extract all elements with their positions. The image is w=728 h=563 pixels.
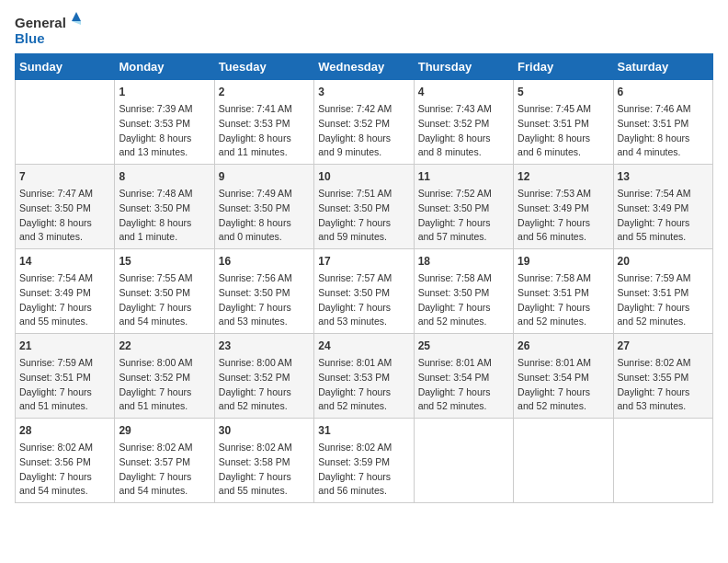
day-info: Sunrise: 7:47 AM Sunset: 3:50 PM Dayligh…: [19, 187, 110, 245]
day-info: Sunrise: 7:55 AM Sunset: 3:50 PM Dayligh…: [119, 271, 210, 329]
day-number: 31: [318, 422, 409, 439]
calendar-cell: 11Sunrise: 7:52 AM Sunset: 3:50 PM Dayli…: [414, 165, 513, 249]
day-number: 18: [418, 253, 509, 270]
page-header: General Blue: [15, 15, 713, 46]
day-info: Sunrise: 8:00 AM Sunset: 3:52 PM Dayligh…: [219, 356, 310, 414]
calendar-cell: 14Sunrise: 7:54 AM Sunset: 3:49 PM Dayli…: [16, 249, 115, 334]
calendar-header-row: SundayMondayTuesdayWednesdayThursdayFrid…: [16, 54, 713, 80]
day-info: Sunrise: 8:00 AM Sunset: 3:52 PM Dayligh…: [119, 356, 210, 414]
day-info: Sunrise: 8:02 AM Sunset: 3:56 PM Dayligh…: [19, 441, 110, 499]
day-number: 13: [618, 168, 709, 185]
calendar-cell: 12Sunrise: 7:53 AM Sunset: 3:49 PM Dayli…: [514, 165, 613, 249]
calendar-week-row: 21Sunrise: 7:59 AM Sunset: 3:51 PM Dayli…: [16, 334, 713, 419]
day-number: 1: [119, 84, 210, 100]
calendar-week-row: 28Sunrise: 8:02 AM Sunset: 3:56 PM Dayli…: [16, 419, 713, 503]
day-info: Sunrise: 7:51 AM Sunset: 3:50 PM Dayligh…: [318, 187, 409, 245]
column-header-friday: Friday: [514, 54, 613, 80]
day-number: 6: [618, 84, 709, 100]
column-header-wednesday: Wednesday: [314, 54, 414, 80]
day-info: Sunrise: 7:57 AM Sunset: 3:50 PM Dayligh…: [318, 271, 409, 329]
calendar-cell: 9Sunrise: 7:49 AM Sunset: 3:50 PM Daylig…: [214, 165, 313, 249]
calendar-cell: 22Sunrise: 8:00 AM Sunset: 3:52 PM Dayli…: [115, 334, 214, 419]
calendar-cell: 28Sunrise: 8:02 AM Sunset: 3:56 PM Dayli…: [16, 419, 115, 503]
calendar-cell: 3Sunrise: 7:42 AM Sunset: 3:52 PM Daylig…: [314, 80, 414, 165]
day-info: Sunrise: 8:01 AM Sunset: 3:54 PM Dayligh…: [518, 356, 609, 414]
day-number: 28: [19, 422, 110, 439]
day-number: 30: [219, 422, 310, 439]
day-info: Sunrise: 7:59 AM Sunset: 3:51 PM Dayligh…: [19, 356, 110, 414]
calendar-cell: [514, 419, 613, 503]
day-info: Sunrise: 7:58 AM Sunset: 3:51 PM Dayligh…: [518, 271, 609, 329]
day-info: Sunrise: 7:54 AM Sunset: 3:49 PM Dayligh…: [618, 187, 709, 245]
day-info: Sunrise: 7:58 AM Sunset: 3:50 PM Dayligh…: [418, 271, 509, 329]
logo: General Blue: [15, 15, 66, 46]
column-header-tuesday: Tuesday: [214, 54, 313, 80]
calendar-cell: 30Sunrise: 8:02 AM Sunset: 3:58 PM Dayli…: [214, 419, 313, 503]
calendar-cell: 19Sunrise: 7:58 AM Sunset: 3:51 PM Dayli…: [514, 249, 613, 334]
calendar-cell: 18Sunrise: 7:58 AM Sunset: 3:50 PM Dayli…: [414, 249, 513, 334]
day-number: 5: [518, 84, 609, 100]
day-info: Sunrise: 8:02 AM Sunset: 3:58 PM Dayligh…: [219, 441, 310, 499]
day-info: Sunrise: 8:02 AM Sunset: 3:57 PM Dayligh…: [119, 441, 210, 499]
calendar-cell: 1Sunrise: 7:39 AM Sunset: 3:53 PM Daylig…: [115, 80, 214, 165]
day-info: Sunrise: 8:01 AM Sunset: 3:54 PM Dayligh…: [418, 356, 509, 414]
calendar-cell: 21Sunrise: 7:59 AM Sunset: 3:51 PM Dayli…: [16, 334, 115, 419]
calendar-cell: 16Sunrise: 7:56 AM Sunset: 3:50 PM Dayli…: [214, 249, 313, 334]
day-info: Sunrise: 7:59 AM Sunset: 3:51 PM Dayligh…: [618, 271, 709, 329]
day-number: 22: [119, 338, 210, 354]
calendar-table: SundayMondayTuesdayWednesdayThursdayFrid…: [15, 53, 713, 503]
calendar-week-row: 7Sunrise: 7:47 AM Sunset: 3:50 PM Daylig…: [16, 165, 713, 249]
calendar-cell: [414, 419, 513, 503]
day-number: 10: [318, 168, 409, 185]
column-header-sunday: Sunday: [16, 54, 115, 80]
calendar-cell: 6Sunrise: 7:46 AM Sunset: 3:51 PM Daylig…: [613, 80, 712, 165]
calendar-cell: [16, 80, 115, 165]
calendar-cell: 26Sunrise: 8:01 AM Sunset: 3:54 PM Dayli…: [514, 334, 613, 419]
day-info: Sunrise: 7:45 AM Sunset: 3:51 PM Dayligh…: [518, 102, 609, 160]
day-number: 16: [219, 253, 310, 270]
day-number: 24: [318, 338, 409, 354]
calendar-cell: 31Sunrise: 8:02 AM Sunset: 3:59 PM Dayli…: [314, 419, 414, 503]
day-number: 7: [19, 168, 110, 185]
day-number: 21: [19, 338, 110, 354]
day-number: 9: [219, 168, 310, 185]
day-info: Sunrise: 7:56 AM Sunset: 3:50 PM Dayligh…: [219, 271, 310, 329]
column-header-thursday: Thursday: [414, 54, 513, 80]
day-number: 11: [418, 168, 509, 185]
calendar-week-row: 14Sunrise: 7:54 AM Sunset: 3:49 PM Dayli…: [16, 249, 713, 334]
day-info: Sunrise: 8:02 AM Sunset: 3:59 PM Dayligh…: [318, 441, 409, 499]
day-info: Sunrise: 8:01 AM Sunset: 3:53 PM Dayligh…: [318, 356, 409, 414]
calendar-cell: 17Sunrise: 7:57 AM Sunset: 3:50 PM Dayli…: [314, 249, 414, 334]
calendar-cell: 13Sunrise: 7:54 AM Sunset: 3:49 PM Dayli…: [613, 165, 712, 249]
calendar-cell: 8Sunrise: 7:48 AM Sunset: 3:50 PM Daylig…: [115, 165, 214, 249]
logo-text-block: General Blue: [15, 15, 66, 46]
day-number: 27: [618, 338, 709, 354]
day-number: 4: [418, 84, 509, 100]
calendar-cell: 23Sunrise: 8:00 AM Sunset: 3:52 PM Dayli…: [214, 334, 313, 419]
day-info: Sunrise: 7:54 AM Sunset: 3:49 PM Dayligh…: [19, 271, 110, 329]
calendar-cell: 7Sunrise: 7:47 AM Sunset: 3:50 PM Daylig…: [16, 165, 115, 249]
calendar-cell: 25Sunrise: 8:01 AM Sunset: 3:54 PM Dayli…: [414, 334, 513, 419]
day-info: Sunrise: 7:43 AM Sunset: 3:52 PM Dayligh…: [418, 102, 509, 160]
calendar-cell: 27Sunrise: 8:02 AM Sunset: 3:55 PM Dayli…: [613, 334, 712, 419]
day-number: 26: [518, 338, 609, 354]
day-number: 12: [518, 168, 609, 185]
calendar-cell: 4Sunrise: 7:43 AM Sunset: 3:52 PM Daylig…: [414, 80, 513, 165]
day-info: Sunrise: 7:53 AM Sunset: 3:49 PM Dayligh…: [518, 187, 609, 245]
calendar-cell: 29Sunrise: 8:02 AM Sunset: 3:57 PM Dayli…: [115, 419, 214, 503]
day-number: 14: [19, 253, 110, 270]
day-number: 25: [418, 338, 509, 354]
day-info: Sunrise: 7:49 AM Sunset: 3:50 PM Dayligh…: [219, 187, 310, 245]
calendar-cell: [613, 419, 712, 503]
svg-marker-1: [72, 21, 81, 25]
calendar-cell: 20Sunrise: 7:59 AM Sunset: 3:51 PM Dayli…: [613, 249, 712, 334]
day-number: 2: [219, 84, 310, 100]
day-info: Sunrise: 7:52 AM Sunset: 3:50 PM Dayligh…: [418, 187, 509, 245]
calendar-cell: 2Sunrise: 7:41 AM Sunset: 3:53 PM Daylig…: [214, 80, 313, 165]
day-info: Sunrise: 7:46 AM Sunset: 3:51 PM Dayligh…: [618, 102, 709, 160]
column-header-saturday: Saturday: [613, 54, 712, 80]
day-number: 23: [219, 338, 310, 354]
day-info: Sunrise: 7:41 AM Sunset: 3:53 PM Dayligh…: [219, 102, 310, 160]
calendar-cell: 24Sunrise: 8:01 AM Sunset: 3:53 PM Dayli…: [314, 334, 414, 419]
day-info: Sunrise: 7:48 AM Sunset: 3:50 PM Dayligh…: [119, 187, 210, 245]
